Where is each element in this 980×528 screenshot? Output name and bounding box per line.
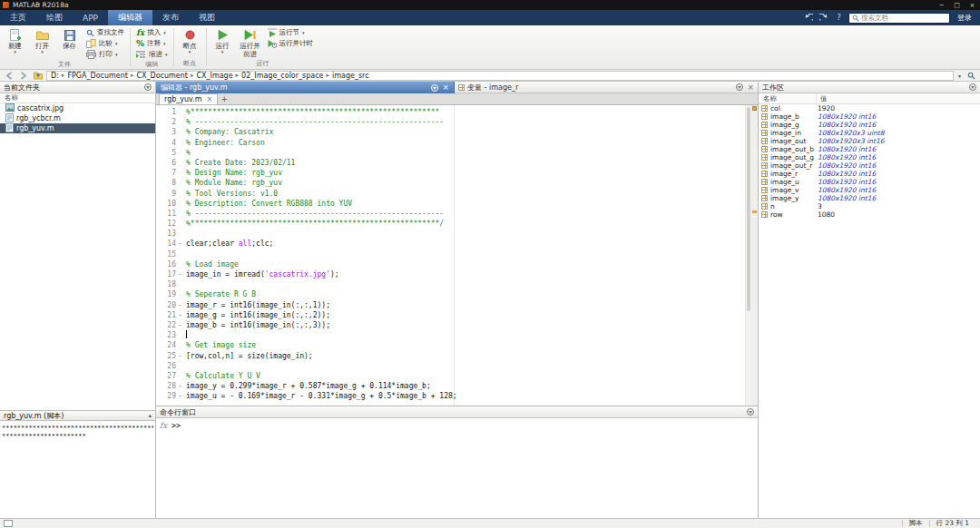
workspace-row[interactable]: image_out_b1080x1920 int16 (759, 145, 980, 153)
code-line[interactable]: 8 % Module Name: rgb_yuv (156, 178, 745, 188)
code-line[interactable]: 27 % Calculate Y U V (156, 371, 745, 381)
breakpoints-button[interactable]: 断点 ▾ (178, 27, 202, 54)
dock-icon[interactable] (736, 83, 743, 91)
maximize-button[interactable]: □ (949, 0, 965, 10)
breadcrumb-item[interactable]: CX_Document (136, 72, 188, 80)
panel-menu-icon[interactable] (969, 83, 976, 91)
tab-close-icon[interactable]: × (207, 95, 213, 103)
workspace-row[interactable]: col1920 (759, 104, 980, 112)
command-window-body[interactable]: fx >> (156, 418, 758, 519)
scrollbar-thumb[interactable] (747, 107, 750, 311)
code-line[interactable]: 24 % Get image size (156, 340, 745, 350)
close-variables-icon[interactable]: × (747, 83, 754, 92)
code-line[interactable]: 23 (156, 330, 745, 340)
code-line[interactable]: 26 (156, 361, 745, 371)
close-editor-icon[interactable]: × (442, 83, 449, 92)
column-header-name[interactable]: 名称 (759, 93, 817, 103)
panel-menu-icon[interactable] (144, 83, 152, 91)
code-line[interactable]: 2 % ------------------------------------… (156, 117, 745, 127)
ribbon-tab-1[interactable]: 主页 (0, 10, 36, 25)
workspace-row[interactable]: image_b1080x1920 int16 (759, 112, 980, 121)
workspace-row[interactable]: image_v1080x1920 int16 (759, 186, 980, 194)
run-section-button[interactable]: 运行节 ▾ (266, 27, 316, 38)
doc-search-input[interactable] (861, 14, 946, 22)
indent-button[interactable]: 缩进 ▾ (134, 49, 170, 60)
code-line[interactable]: 1 %*************************************… (156, 107, 745, 117)
run-button[interactable]: 运行 ▾ (211, 27, 235, 54)
code-line[interactable]: 16 % Load image (156, 259, 745, 269)
minimize-button[interactable]: ─ (934, 0, 949, 10)
code-line[interactable]: 4 % Engineer: Carson (156, 138, 745, 148)
code-line[interactable]: 20-image_r = int16(image_in(:,:,1)); (156, 300, 745, 310)
run-time-button[interactable]: 运行并计时 (266, 38, 316, 49)
code-line[interactable]: 13 (156, 229, 745, 239)
dock-icon[interactable] (431, 84, 438, 92)
code-line[interactable]: 5 % (156, 148, 745, 158)
workspace-row[interactable]: image_in1080x1920x3 uint8 (759, 129, 980, 137)
fx-button[interactable]: fx (160, 421, 167, 430)
code-line[interactable]: 19 % Seperate R G B (156, 289, 745, 299)
warning-marker[interactable] (752, 210, 757, 213)
help-icon[interactable]: ? (833, 13, 845, 24)
code-line[interactable]: 6 % Create Date: 2023/02/11 (156, 158, 745, 168)
variables-title-bar[interactable]: 变量 - image_r × (455, 82, 758, 93)
ribbon-tab-2[interactable]: 绘图 (36, 10, 73, 25)
forward-icon[interactable] (17, 71, 29, 81)
close-button[interactable]: × (965, 0, 980, 10)
code-line[interactable]: 17-image_in = imread('cascatrix.jpg'); (156, 269, 745, 279)
ribbon-tab-6[interactable]: 视图 (189, 10, 225, 25)
run-advance-button[interactable]: 运行并前进 (238, 27, 263, 58)
code-line[interactable]: 10 % Description: Convert RGB888 into YU… (156, 199, 745, 209)
code-line[interactable]: 3 % Company: Cascatrix (156, 127, 745, 137)
breadcrumb-item[interactable]: FPGA_Document (67, 72, 128, 80)
print-button[interactable]: 打印 ▾ (84, 49, 126, 60)
workspace-row[interactable]: n3 (759, 202, 980, 210)
column-header-value[interactable]: 值 (817, 93, 980, 103)
editor-file-tab[interactable]: rgb_yuv.m × (159, 93, 218, 104)
workspace-row[interactable]: image_out1080x1920x3 int16 (759, 137, 980, 145)
workspace-row[interactable]: image_out_g1080x1920 int16 (759, 153, 980, 161)
code-line[interactable]: 7 % Design Name: rgb_yuv (156, 168, 745, 178)
code-line[interactable]: 28-image_y = 0.299*image_r + 0.587*image… (156, 381, 745, 391)
breadcrumb-item[interactable]: 02_Image_color_space (241, 72, 323, 80)
code-line[interactable]: 9 % Tool Versions: v1.0 (156, 189, 745, 199)
breadcrumb-item[interactable]: image_src (332, 72, 369, 80)
workspace-row[interactable]: image_out_r1080x1920 int16 (759, 161, 980, 170)
insert-button[interactable]: fx 插入 ▾ (134, 27, 170, 38)
file-row[interactable]: rgb_ycbcr.m (0, 113, 155, 123)
code-line[interactable]: 12 %************************************… (156, 219, 745, 229)
undo-icon[interactable] (802, 13, 814, 24)
code-line[interactable]: 22-image_b = int16(image_in(:,:,3)); (156, 320, 745, 330)
workspace-row[interactable]: image_g1080x1920 int16 (759, 121, 980, 129)
redo-icon[interactable] (818, 13, 829, 24)
address-dropdown-icon[interactable]: ▾ (956, 73, 963, 79)
breadcrumb-item[interactable]: CX_Image (196, 72, 232, 80)
comment-button[interactable]: % 注释 ▾ (134, 38, 170, 49)
compare-button[interactable]: 比较 ▾ (84, 38, 126, 49)
collapse-icon[interactable]: ▴ (148, 412, 152, 419)
panel-menu-icon[interactable] (747, 408, 754, 416)
workspace-row[interactable]: image_r1080x1920 int16 (759, 170, 980, 178)
workspace-row[interactable]: image_y1080x1920 int16 (759, 194, 980, 202)
code-line[interactable]: 21-image_g = int16(image_in(:,:,2)); (156, 310, 745, 320)
code-editor[interactable]: 1 %*************************************… (156, 105, 758, 406)
code-line[interactable]: 15 (156, 249, 745, 259)
editor-scrollbar[interactable] (745, 105, 751, 406)
new-script-button[interactable]: 新建 ▾ (3, 27, 27, 54)
layout-icon[interactable] (4, 520, 13, 527)
ribbon-tab-5[interactable]: 发布 (152, 10, 189, 25)
file-preview-header[interactable]: rgb_yuv.m (脚本) ▴ (0, 410, 155, 421)
up-folder-icon[interactable] (32, 71, 44, 81)
code-line[interactable]: 11 % -----------------------------------… (156, 209, 745, 219)
signin-link[interactable]: 登录 (954, 13, 975, 23)
code-line[interactable]: 18 (156, 279, 745, 289)
open-button[interactable]: 打开 ▾ (30, 27, 54, 54)
code-line[interactable]: 14-clear;clear all;clc; (156, 239, 745, 249)
warning-summary-icon[interactable] (752, 106, 757, 111)
ribbon-tab-3[interactable]: APP (73, 10, 108, 25)
folder-search-icon[interactable] (965, 71, 977, 81)
folder-name-column-header[interactable]: 名称 (0, 93, 155, 103)
new-tab-button[interactable]: + (218, 93, 230, 104)
back-icon[interactable] (3, 71, 15, 81)
file-row[interactable]: cascatrix.jpg (0, 103, 155, 113)
